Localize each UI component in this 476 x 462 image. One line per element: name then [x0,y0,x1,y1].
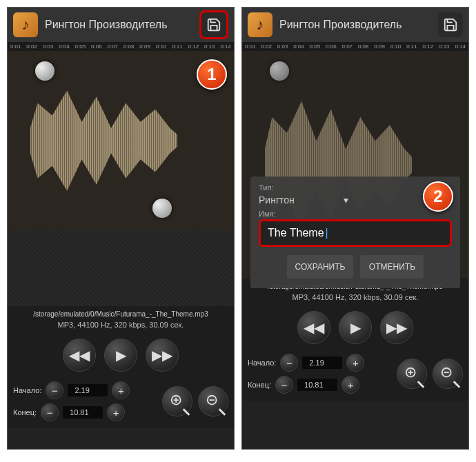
forward-button[interactable]: ▶▶ [146,339,179,372]
zoom-out-button[interactable] [433,359,463,389]
start-plus-button[interactable]: + [346,354,364,372]
start-minus-button[interactable]: − [280,354,298,372]
audio-info: MP3, 44100 Hz, 320 kbps, 30.09 сек. [8,319,234,334]
selection-start-handle[interactable] [270,61,289,81]
dialog-cancel-button[interactable]: ОТМЕНИТЬ [360,255,424,279]
start-plus-button[interactable]: + [112,381,130,399]
end-label: Конец: [248,381,271,389]
rewind-button[interactable]: ◀◀ [297,311,330,344]
end-label: Конец: [13,408,37,416]
play-button[interactable]: ▶ [339,311,372,344]
app-header: ♪ Рингтон Производитель [242,8,468,42]
zoom-out-icon [440,366,455,381]
start-value[interactable]: 2.19 [302,356,342,369]
save-button[interactable] [438,12,463,37]
end-minus-button[interactable]: − [41,403,59,421]
type-label: Тип: [259,183,452,192]
playback-controls: ◀◀ ▶ ▶▶ [8,334,234,379]
zoom-in-icon [170,394,185,409]
bottom-controls: Начало: − 2.19 + Конец: − 10.81 + [8,379,234,428]
selection-start-handle[interactable] [35,61,54,81]
save-icon [443,17,458,32]
end-plus-button[interactable]: + [107,403,125,421]
app-header: ♪ Рингтон Производитель [8,8,234,42]
end-minus-button[interactable]: − [275,376,293,394]
texture-panel [8,230,234,306]
start-label: Начало: [13,386,41,394]
type-select[interactable]: Рингтон ▾ [259,192,348,210]
start-value[interactable]: 2.19 [68,384,108,396]
start-minus-button[interactable]: − [46,381,63,399]
screen-left: ♪ Рингтон Производитель 0:010:020:030:04… [7,7,235,450]
name-label: Имя: [259,210,452,218]
timeline-ruler: 0:010:020:030:040:050:060:070:080:090:10… [242,42,468,51]
selection-end-handle[interactable] [152,199,172,218]
bottom-controls: Начало: − 2.19 + Конец: − 10.81 + [242,351,468,401]
end-value[interactable]: 10.81 [63,406,103,419]
dialog-save-button[interactable]: СОХРАНИТЬ [287,255,354,279]
zoom-out-button[interactable] [198,386,228,416]
name-input[interactable]: The Theme [259,219,452,247]
timeline-ruler: 0:010:020:030:040:050:060:070:080:090:10… [8,42,234,51]
save-button[interactable] [199,10,228,39]
app-title: Рингтон Производитель [279,19,438,31]
app-title: Рингтон Производитель [45,19,199,31]
screen-right: ♪ Рингтон Производитель 0:010:020:030:04… [241,7,469,450]
play-button[interactable]: ▶ [104,339,137,372]
zoom-in-button[interactable] [162,386,192,416]
zoom-out-icon [206,394,221,409]
end-plus-button[interactable]: + [341,376,359,394]
rewind-button[interactable]: ◀◀ [63,339,96,372]
callout-1: 1 [197,59,227,90]
app-icon: ♪ [248,12,272,37]
start-label: Начало: [248,359,276,367]
audio-info: MP3, 44100 Hz, 320 kbps, 30.09 сек. [242,292,468,307]
chevron-down-icon: ▾ [344,194,348,205]
app-icon: ♪ [13,12,38,37]
file-path: /storage/emulated/0/Music/Futurama_-_The… [8,306,234,319]
end-value[interactable]: 10.81 [297,379,337,391]
zoom-in-icon [404,366,419,381]
forward-button[interactable]: ▶▶ [380,311,413,344]
callout-2: 2 [423,181,453,212]
save-icon [206,17,221,32]
zoom-in-button[interactable] [397,359,427,389]
playback-controls: ◀◀ ▶ ▶▶ [242,307,468,351]
